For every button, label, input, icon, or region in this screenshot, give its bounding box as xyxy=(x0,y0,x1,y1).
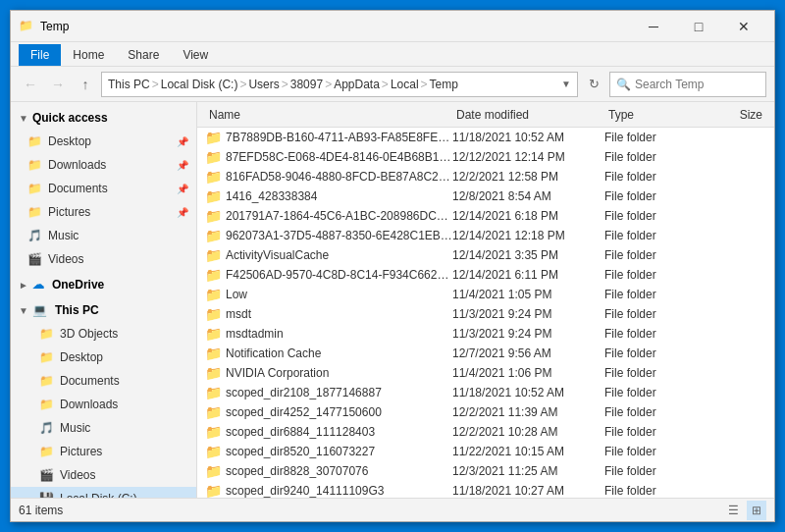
refresh-button[interactable]: ↻ xyxy=(582,73,605,96)
explorer-window: 📁 Temp ─ □ ✕ File Home Share View ← → ↑ … xyxy=(10,10,775,522)
forward-button[interactable]: → xyxy=(46,73,70,96)
file-name-cell: 📁Low xyxy=(205,287,452,302)
file-date-cell: 11/18/2021 10:52 AM xyxy=(452,386,604,399)
onedrive-header[interactable]: ► ☁ OneDrive xyxy=(11,273,196,296)
sidebar-item-label: Downloads xyxy=(48,158,106,172)
tab-view[interactable]: View xyxy=(171,44,220,66)
file-name-cell: 📁201791A7-1864-45C6-A1BC-208986DC1837 xyxy=(205,208,452,224)
file-name-text: F42506AD-9570-4C8D-8C14-F934C6625BE8 xyxy=(226,268,452,282)
file-name-text: 87EFD58C-E068-4DE4-8146-0E4B68B1098D xyxy=(226,150,452,164)
file-type-cell: File folder xyxy=(604,386,703,399)
file-date-cell: 12/14/2021 6:11 PM xyxy=(452,268,604,282)
this-pc-header[interactable]: ▼ 💻 This PC xyxy=(11,298,196,322)
sidebar-item-downloads-qa[interactable]: 📁 Downloads 📌 xyxy=(11,153,196,177)
breadcrumb-item[interactable]: AppData xyxy=(334,78,380,91)
table-row[interactable]: 📁msdt11/3/2021 9:24 PMFile folder xyxy=(197,304,774,324)
table-row[interactable]: 📁msdtadmin11/3/2021 9:24 PMFile folder xyxy=(197,324,774,344)
video-icon: 🎬 xyxy=(26,251,42,267)
file-name-text: scoped_dir2108_1877146887 xyxy=(226,386,382,399)
file-name-cell: 📁962073A1-37D5-4887-8350-6E428C1EB88F xyxy=(205,228,452,243)
sidebar-item-downloads-pc[interactable]: 📁 Downloads xyxy=(11,393,196,416)
this-pc-section: ▼ 💻 This PC 📁 3D Objects 📁 Desktop 📁 Doc… xyxy=(11,298,196,498)
col-header-type[interactable]: Type xyxy=(604,108,703,122)
table-row[interactable]: 📁ActivityVisualCache12/14/2021 3:35 PMFi… xyxy=(197,245,774,265)
file-date-cell: 11/4/2021 1:05 PM xyxy=(452,288,604,301)
table-row[interactable]: 📁scoped_dir8828_3070707612/3/2021 11:25 … xyxy=(197,461,774,481)
sidebar-item-desktop-qa[interactable]: 📁 Desktop 📌 xyxy=(11,130,196,153)
col-header-name[interactable]: Name xyxy=(205,108,452,122)
search-input[interactable] xyxy=(635,78,759,91)
folder-icon: 📁 xyxy=(205,385,222,400)
file-name-text: 962073A1-37D5-4887-8350-6E428C1EB88F xyxy=(226,229,452,242)
sidebar-item-documents-pc[interactable]: 📁 Documents xyxy=(11,369,196,393)
search-box[interactable]: 🔍 xyxy=(609,72,766,97)
close-button[interactable]: ✕ xyxy=(721,11,766,42)
search-icon: 🔍 xyxy=(616,78,631,91)
file-date-cell: 11/18/2021 10:52 AM xyxy=(452,131,604,144)
quick-access-section: ▼ Quick access 📁 Desktop 📌 📁 Downloads 📌… xyxy=(11,106,196,271)
table-row[interactable]: 📁Notification Cache12/7/2021 9:56 AMFile… xyxy=(197,344,774,363)
file-name-text: scoped_dir4252_1477150600 xyxy=(226,405,382,419)
tab-file[interactable]: File xyxy=(19,44,61,66)
sidebar-item-videos-pc[interactable]: 🎬 Videos xyxy=(11,463,196,487)
sidebar-item-documents-qa[interactable]: 📁 Documents 📌 xyxy=(11,177,196,200)
folder-icon: 📁 xyxy=(205,346,222,361)
table-row[interactable]: 📁1416_42833838412/8/2021 8:54 AMFile fol… xyxy=(197,186,774,206)
table-row[interactable]: 📁scoped_dir6884_11112840312/2/2021 10:28… xyxy=(197,422,774,442)
sidebar-item-local-c[interactable]: 💾 Local Disk (C:) xyxy=(11,487,196,498)
file-name-text: NVIDIA Corporation xyxy=(226,366,329,380)
col-header-date[interactable]: Date modified xyxy=(452,108,604,122)
sidebar-item-3dobjects[interactable]: 📁 3D Objects xyxy=(11,322,196,346)
file-name-cell: 📁scoped_dir4252_1477150600 xyxy=(205,404,452,420)
quick-access-header[interactable]: ▼ Quick access xyxy=(11,106,196,130)
breadcrumb-item[interactable]: Temp xyxy=(430,78,458,91)
up-button[interactable]: ↑ xyxy=(74,73,97,96)
maximize-button[interactable]: □ xyxy=(676,11,721,42)
breadcrumb-item[interactable]: This PC xyxy=(108,78,150,91)
table-row[interactable]: 📁Low11/4/2021 1:05 PMFile folder xyxy=(197,285,774,304)
sidebar-item-desktop-pc[interactable]: 📁 Desktop xyxy=(11,346,196,369)
table-row[interactable]: 📁87EFD58C-E068-4DE4-8146-0E4B68B1098D12/… xyxy=(197,147,774,167)
table-row[interactable]: 📁scoped_dir9240_14111109G311/18/2021 10:… xyxy=(197,481,774,498)
sidebar-item-pictures-qa[interactable]: 📁 Pictures 📌 xyxy=(11,200,196,224)
minimize-button[interactable]: ─ xyxy=(631,11,676,42)
tab-home[interactable]: Home xyxy=(61,44,116,66)
back-button[interactable]: ← xyxy=(19,73,42,96)
table-row[interactable]: 📁scoped_dir2108_187714688711/18/2021 10:… xyxy=(197,383,774,402)
breadcrumb[interactable]: This PC > Local Disk (C:) > Users > 3809… xyxy=(101,72,578,97)
col-header-size[interactable]: Size xyxy=(703,108,766,122)
table-row[interactable]: 📁7B7889DB-B160-4711-AB93-FA85E8FE841411/… xyxy=(197,128,774,147)
sidebar-item-music-qa[interactable]: 🎵 Music xyxy=(11,224,196,247)
folder-icon: 📁 xyxy=(205,228,222,243)
breadcrumb-item[interactable]: 38097 xyxy=(290,78,323,91)
sidebar-item-pictures-pc[interactable]: 📁 Pictures xyxy=(11,440,196,463)
large-icons-view-button[interactable]: ⊞ xyxy=(747,501,766,520)
sidebar-item-music-pc[interactable]: 🎵 Music xyxy=(11,416,196,440)
table-row[interactable]: 📁816FAD58-9046-4880-8FCD-BE87A8C276...12… xyxy=(197,167,774,186)
file-name-cell: 📁816FAD58-9046-4880-8FCD-BE87A8C276... xyxy=(205,169,452,185)
sidebar-item-videos-qa[interactable]: 🎬 Videos xyxy=(11,247,196,271)
table-row[interactable]: 📁201791A7-1864-45C6-A1BC-208986DC183712/… xyxy=(197,206,774,226)
tab-share[interactable]: Share xyxy=(116,44,171,66)
breadcrumb-item[interactable]: Local xyxy=(391,78,419,91)
breadcrumb-item[interactable]: Users xyxy=(248,78,279,91)
table-row[interactable]: 📁scoped_dir4252_147715060012/2/2021 11:3… xyxy=(197,402,774,422)
table-row[interactable]: 📁NVIDIA Corporation11/4/2021 1:06 PMFile… xyxy=(197,363,774,383)
file-name-cell: 📁87EFD58C-E068-4DE4-8146-0E4B68B1098D xyxy=(205,149,452,165)
table-row[interactable]: 📁F42506AD-9570-4C8D-8C14-F934C6625BE812/… xyxy=(197,265,774,285)
table-row[interactable]: 📁962073A1-37D5-4887-8350-6E428C1EB88F12/… xyxy=(197,226,774,245)
file-name-cell: 📁msdtadmin xyxy=(205,326,452,342)
file-name-text: scoped_dir9240_14111109G3 xyxy=(226,484,384,498)
details-view-button[interactable]: ☰ xyxy=(723,501,743,520)
address-bar: ← → ↑ This PC > Local Disk (C:) > Users … xyxy=(11,67,774,102)
file-name-text: scoped_dir6884_111128403 xyxy=(226,425,375,439)
file-type-cell: File folder xyxy=(604,327,703,341)
file-name-cell: 📁scoped_dir2108_1877146887 xyxy=(205,385,452,400)
sidebar-item-label: Desktop xyxy=(60,350,103,364)
pin-icon: 📌 xyxy=(177,207,188,218)
file-pane: Name Date modified Type Size 📁7B7889DB-B… xyxy=(197,102,774,498)
sidebar-item-label: Pictures xyxy=(48,205,90,219)
breadcrumb-item[interactable]: Local Disk (C:) xyxy=(161,78,238,91)
table-row[interactable]: 📁scoped_dir8520_11607322711/22/2021 10:1… xyxy=(197,442,774,461)
file-name-text: Low xyxy=(226,288,247,301)
